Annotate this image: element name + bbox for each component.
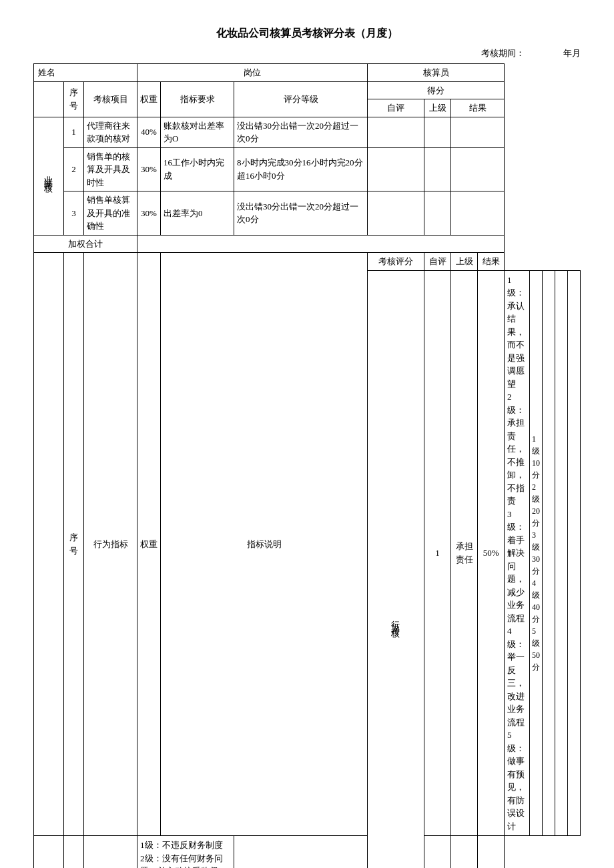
behav-header-row: 序号 行为指标 权重 指标说明 考核评分 自评 上级 结果 — [34, 253, 581, 271]
perf-rating-2: 8小时内完成30分16小时内完20分超16小时0分 — [234, 147, 368, 191]
self-eval-header: 自评 — [368, 99, 424, 117]
perf-item-3-row: 3 销售单核算及开具的准确性 30% 出差率为0 没出错30分出错一次20分超过… — [34, 191, 581, 236]
review-period: 考核期间： 年月 — [33, 47, 581, 59]
perf-superior-3 — [424, 191, 451, 236]
behav-section-text: 行为考核 — [389, 614, 402, 624]
weight-header: 权重 — [137, 81, 161, 117]
perf-rating-3: 没出错30分出错一次20分超过一次0分 — [234, 191, 368, 236]
perf-indicator-2: 16工作小时内完成 — [161, 147, 234, 191]
perf-indicator-1: 账款核对出差率为O — [161, 117, 234, 147]
perf-subtotal-label: 加权合计 — [34, 235, 137, 253]
behav-weight-2: 50% — [84, 836, 137, 869]
perf-self-2 — [368, 147, 424, 191]
behav-rating-1: 1级10分2级20分3级30分4级40分5级50分 — [530, 270, 543, 836]
perf-self-1 — [368, 117, 424, 147]
behav-self-header: 自评 — [424, 253, 451, 271]
perf-section-label: 业绩考核 — [34, 117, 64, 235]
review-period-label: 考核期间： — [481, 48, 525, 58]
perf-item-1-row: 业绩考核 1 代理商往来款项的核对 40% 账款核对出差率为O 没出错30分出错… — [34, 117, 581, 147]
result-header: 结果 — [451, 99, 505, 117]
perf-seq-2: 2 — [64, 147, 84, 191]
perf-superior-2 — [424, 147, 451, 191]
behav-desc-2: 1级：不违反财务制度 2级：没有任何财务问题，并主动接受监督 3级：不因自身利益… — [137, 836, 234, 869]
behav-desc-1: 1级：承认结果，而不是强调愿望 2级：承担责任，不推卸，不指责 3级：着手解决问… — [505, 270, 530, 836]
behav-superior-2 — [451, 836, 478, 869]
position-value: 核算员 — [368, 64, 505, 82]
perf-section-text: 业绩考核 — [42, 169, 55, 179]
indicator-header: 指标要求 — [161, 81, 234, 117]
behav-self-1 — [543, 270, 555, 836]
perf-weight-3: 30% — [137, 191, 161, 236]
perf-item-2-row: 2 销售单的核算及开具及时性 30% 16工作小时内完成 8小时内完成30分16… — [34, 147, 581, 191]
main-table: 姓名 岗位 核算员 序号 考核项目 权重 指标要求 评分等级 得分 自评 上级 … — [33, 63, 581, 868]
behav-result-2 — [478, 836, 505, 869]
behav-item-2-row: 2 清财 50% 1级：不违反财务制度 2级：没有任何财务问题，并主动接受监督 … — [34, 836, 581, 869]
behav-section-label: 行为考核 — [368, 270, 424, 868]
name-label: 姓名 — [34, 64, 137, 82]
perf-seq-1: 1 — [64, 117, 84, 147]
perf-result-1 — [451, 117, 505, 147]
superior-header: 上级 — [424, 99, 451, 117]
behav-self-2 — [424, 836, 451, 869]
seq-header: 序号 — [64, 81, 84, 117]
perf-self-3 — [368, 191, 424, 236]
perf-indicator-3: 出差率为0 — [161, 191, 234, 236]
behav-rating-2: 1级10分2级20分3级30分4级40分5级50分 — [234, 836, 368, 869]
page-title: 化妆品公司核算员考核评分表（月度） — [33, 27, 581, 41]
behav-seq-header: 序号 — [64, 253, 84, 836]
behav-superior-1 — [555, 270, 567, 836]
behav-superior-header: 上级 — [451, 253, 478, 271]
behav-desc-header: 指标说明 — [161, 253, 368, 836]
name-position-row: 姓名 岗位 核算员 — [34, 64, 581, 82]
behav-indicator-1: 承担责任 — [451, 270, 478, 836]
behav-blank — [34, 253, 64, 836]
behav-indicator-2: 清财 — [64, 836, 84, 869]
perf-item-3: 销售单核算及开具的准确性 — [84, 191, 137, 236]
position-label: 岗位 — [137, 64, 368, 82]
behav-weight-header: 权重 — [137, 253, 161, 836]
perf-seq-3: 3 — [64, 191, 84, 236]
perf-weight-2: 30% — [137, 147, 161, 191]
perf-result-2 — [451, 147, 505, 191]
behav-seq-1: 1 — [424, 270, 451, 836]
perf-item-2: 销售单的核算及开具及时性 — [84, 147, 137, 191]
perf-result-3 — [451, 191, 505, 236]
review-period-suffix: 年月 — [563, 48, 581, 58]
perf-item-1: 代理商往来款项的核对 — [84, 117, 137, 147]
behav-weight-1: 50% — [478, 270, 505, 836]
behav-rating-header: 考核评分 — [368, 253, 424, 271]
item-header: 考核项目 — [84, 81, 137, 117]
perf-subtotal-row: 加权合计 — [34, 235, 581, 253]
sub-header-row: 序号 考核项目 权重 指标要求 评分等级 得分 — [34, 81, 581, 99]
behav-result-header: 结果 — [478, 253, 505, 271]
perf-weight-1: 40% — [137, 117, 161, 147]
behav-result-1 — [567, 270, 580, 836]
score-header: 得分 — [368, 81, 505, 99]
behav-seq-2: 2 — [34, 836, 64, 869]
rating-header: 评分等级 — [234, 81, 368, 117]
perf-subtotal-value — [137, 235, 505, 253]
blank-cell — [34, 81, 64, 117]
behav-indicator-header: 行为指标 — [84, 253, 137, 836]
perf-superior-1 — [424, 117, 451, 147]
perf-rating-1: 没出错30分出错一次20分超过一次0分 — [234, 117, 368, 147]
